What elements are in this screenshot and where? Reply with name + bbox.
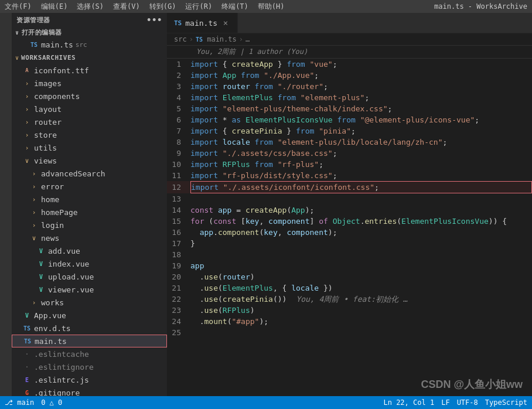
tree-item[interactable]: Vviewer.vue	[12, 283, 167, 296]
menu-file[interactable]: 文件(F)	[5, 2, 32, 12]
tree-item[interactable]: ›store	[12, 128, 167, 141]
vue-icon: V	[36, 246, 46, 255]
tree-item[interactable]: ›layout	[12, 103, 167, 115]
errors-warnings: 0 △ 0	[41, 398, 62, 407]
git-branch[interactable]: ⎇ main	[5, 398, 34, 407]
tree-item[interactable]: ›homePage	[12, 206, 167, 219]
menu-edit[interactable]: 编辑(E)	[41, 2, 68, 12]
vue-icon: V	[36, 285, 46, 294]
tree-label: error	[41, 182, 64, 191]
tree-label: store	[34, 131, 57, 139]
chevron-icon: ›	[29, 207, 39, 217]
menu-run[interactable]: 运行(R)	[185, 2, 212, 12]
tree-item[interactable]: Vadd.vue	[12, 244, 167, 257]
tree-item[interactable]: Vindex.vue	[12, 257, 167, 270]
chevron-icon: ›	[22, 130, 32, 139]
menu-help[interactable]: 帮助(H)	[258, 2, 285, 12]
line-number: 25	[167, 327, 190, 338]
tree-item[interactable]: ›error	[12, 180, 167, 193]
line-number: 15	[167, 216, 190, 227]
activity-bar	[0, 13, 12, 396]
worksarchives-root[interactable]: ∨ WORKSARCHIVES	[12, 51, 167, 64]
code-line: 17}	[167, 238, 532, 249]
line-number: 4	[167, 92, 190, 103]
tree-label: advancedSearch	[41, 169, 105, 178]
chevron-icon: ›	[29, 182, 39, 191]
menu-goto[interactable]: 转到(G)	[149, 2, 176, 12]
worksarchives-label: WORKSARCHIVES	[21, 54, 76, 62]
tree-item[interactable]: ›login	[12, 219, 167, 231]
code-line: 14const app = createApp(App);	[167, 205, 532, 216]
line-content: import router from "./router";	[190, 81, 532, 92]
tree-label: components	[34, 92, 80, 101]
line-content: import "./.assets/iconfont/iconfont.css"…	[190, 181, 532, 193]
tab-close-icon[interactable]: ×	[221, 18, 230, 28]
tree-item[interactable]: E.eslintrc.js	[12, 373, 167, 386]
tree-item[interactable]: ·.eslintignore	[12, 360, 167, 373]
code-editor[interactable]: 1import { createApp } from "vue";2import…	[167, 59, 532, 396]
tree-item[interactable]: ∨views	[12, 154, 167, 167]
tree-item[interactable]: ›home	[12, 193, 167, 206]
tree-item[interactable]: ›advancedSearch	[12, 167, 167, 180]
tree-item[interactable]: ∨news	[12, 231, 167, 244]
open-editor-suffix: src	[76, 41, 87, 49]
tab-main-ts[interactable]: TS main.ts ×	[167, 13, 238, 33]
line-number: 18	[167, 249, 190, 260]
code-line: 3import router from "./router";	[167, 81, 532, 92]
breadcrumb-symbol[interactable]: …	[245, 35, 250, 43]
tree-item[interactable]: ›images	[12, 77, 167, 90]
tree-label: .eslintrc.js	[34, 376, 89, 384]
sidebar-header: 资源管理器 •••	[12, 13, 167, 27]
line-content: for (const [key, component] of Object.en…	[190, 216, 532, 227]
menu-select[interactable]: 选择(S)	[77, 2, 104, 12]
line-content: .use(router)	[190, 271, 532, 282]
tree-label: news	[41, 234, 59, 243]
line-number: 12	[167, 182, 190, 193]
tree-item[interactable]: G.gitignore	[12, 386, 167, 396]
open-editors-toggle[interactable]: ∨ 打开的编辑器	[12, 27, 167, 38]
tree-label: index.vue	[48, 260, 89, 268]
menu-view[interactable]: 查看(V)	[113, 2, 140, 12]
more-icon[interactable]: •••	[146, 15, 162, 25]
tree-item[interactable]: TSenv.d.ts	[12, 322, 167, 335]
chevron-icon: ∨	[22, 156, 32, 165]
tree-label: views	[34, 156, 57, 165]
tree-item[interactable]: ›router	[12, 115, 167, 128]
menu-terminal[interactable]: 终端(T)	[221, 2, 248, 12]
line-number: 9	[167, 148, 190, 159]
breadcrumb-file[interactable]: TS main.ts	[196, 35, 237, 43]
tree-item[interactable]: ›works	[12, 296, 167, 309]
line-content: import RFPlus from "rf-plus";	[190, 159, 532, 170]
tab-label: main.ts	[185, 19, 217, 28]
tree-item[interactable]: ·.eslintcache	[12, 347, 167, 360]
tree-label: images	[34, 79, 62, 88]
tree-item[interactable]: Aiconfont.ttf	[12, 64, 167, 77]
tree-item[interactable]: ›components	[12, 90, 167, 103]
tree-item[interactable]: TSmain.ts	[12, 335, 167, 347]
chevron-icon: ›	[22, 104, 32, 114]
line-number: 11	[167, 170, 190, 181]
ts-icon: TS	[22, 323, 32, 333]
tabs-bar: TS main.ts ×	[167, 13, 532, 33]
line-content: import { createPinia } from "pinia";	[190, 125, 532, 137]
tree-item[interactable]: ›utils	[12, 141, 167, 154]
breadcrumb-src[interactable]: src	[174, 35, 187, 43]
tree-item[interactable]: VApp.vue	[12, 309, 167, 322]
vue-icon: V	[36, 259, 46, 268]
line-content: .use(RFPlus)	[190, 305, 532, 316]
tree-label: upload.vue	[48, 272, 94, 281]
tree-label: main.ts	[35, 337, 67, 346]
line-number: 13	[167, 193, 190, 205]
sidebar: 资源管理器 ••• ∨ 打开的编辑器 TS main.ts src ∨ WORK…	[12, 13, 167, 396]
code-line: 20 .use(router)	[167, 271, 532, 282]
tree-label: env.d.ts	[34, 324, 71, 333]
tree-label: viewer.vue	[48, 285, 94, 294]
line-content: const app = createApp(App);	[190, 205, 532, 216]
line-ending: LF	[441, 398, 449, 407]
dot-icon: ·	[22, 362, 32, 371]
open-editor-item-main-ts[interactable]: TS main.ts src	[12, 38, 167, 51]
ttf-icon: A	[22, 66, 32, 75]
ts-icon: TS	[29, 40, 39, 49]
tree-item[interactable]: Vupload.vue	[12, 270, 167, 283]
file-tree: ∨ WORKSARCHIVES Aiconfont.ttf›images›com…	[12, 51, 167, 396]
